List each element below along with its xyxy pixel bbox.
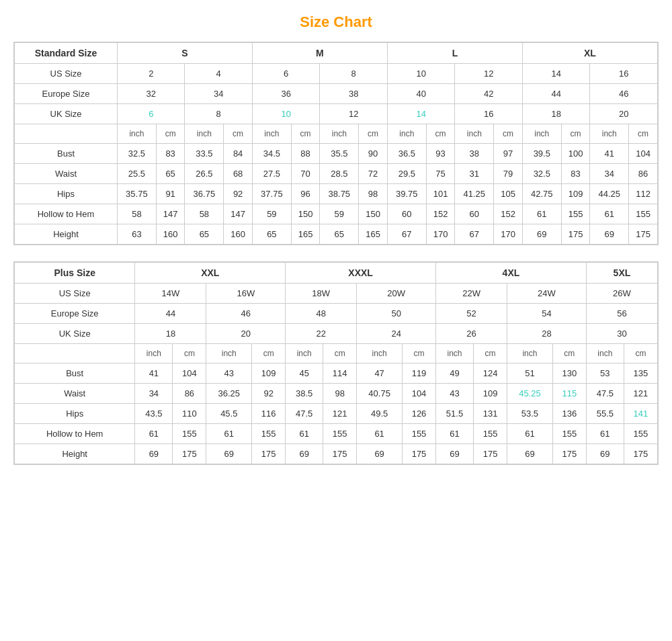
ht-s2-cm: 160 (156, 224, 185, 245)
hips-xl16-inch: 44.25 (590, 184, 629, 204)
plus-unit-cm-5: cm (474, 344, 507, 364)
unit-inch-5: inch (387, 124, 426, 144)
plus-hips-18w-inch: 47.5 (286, 404, 323, 424)
us-size-12: 12 (455, 64, 522, 84)
waist-s4-inch: 26.5 (185, 164, 224, 184)
plus-unit-inch-2: inch (206, 344, 252, 364)
plus-hips-24w-inch: 53.5 (507, 404, 553, 424)
h2h-xl16-cm: 155 (629, 204, 658, 224)
bust-m8-inch: 35.5 (320, 144, 359, 164)
plus-uk-28: 28 (507, 324, 587, 344)
unit-inch-8: inch (590, 124, 629, 144)
standard-size-table: Standard Size S M L XL US Size 2 4 6 8 1… (13, 42, 659, 245)
eu-34: 34 (185, 84, 252, 104)
eu-46: 46 (590, 84, 658, 104)
h2h-s4-inch: 58 (185, 204, 224, 224)
unit-cm-8: cm (629, 124, 658, 144)
eu-42: 42 (455, 84, 522, 104)
bust-xl16-cm: 104 (629, 144, 658, 164)
plus-unit-inch-1: inch (135, 344, 173, 364)
us-size-label: US Size (15, 64, 118, 84)
plus-uk-26: 26 (436, 324, 507, 344)
hips-m6-inch: 37.75 (252, 184, 291, 204)
plus-waist-22w-inch: 43 (436, 384, 474, 404)
eu-40: 40 (387, 84, 454, 104)
plus-waist-24w-inch: 45.25 (507, 384, 553, 404)
ht-xl14-cm: 175 (561, 224, 590, 245)
plus-us-14w: 14W (135, 284, 206, 304)
uk-20: 20 (590, 104, 658, 124)
uk-12: 12 (320, 104, 387, 124)
plus-bust-26w-cm: 135 (624, 364, 657, 384)
plus-h2h-16w-inch: 61 (206, 424, 252, 444)
plus-ht-18w-inch: 69 (286, 444, 323, 464)
plus-ht-14w-inch: 69 (135, 444, 173, 464)
plus-us-22w: 22W (436, 284, 507, 304)
plus-waist-label: Waist (15, 384, 135, 404)
h2h-xl16-inch: 61 (590, 204, 629, 224)
plus-uk-24: 24 (357, 324, 436, 344)
bust-l12-cm: 97 (494, 144, 523, 164)
plus-bust-22w-inch: 49 (436, 364, 474, 384)
plus-bust-24w-inch: 51 (507, 364, 553, 384)
plus-us-26w: 26W (586, 284, 657, 304)
plus-h2h-24w-inch: 61 (507, 424, 553, 444)
h2h-xl14-inch: 61 (522, 204, 561, 224)
plus-waist-20w-cm: 104 (402, 384, 435, 404)
plus-ht-26w-cm: 175 (624, 444, 657, 464)
plus-hips-14w-cm: 110 (173, 404, 206, 424)
plus-h2h-22w-inch: 61 (436, 424, 474, 444)
ht-m8-inch: 65 (320, 224, 359, 245)
plus-h2h-18w-inch: 61 (286, 424, 323, 444)
ht-xl16-inch: 69 (590, 224, 629, 245)
unit-cm-6: cm (494, 124, 523, 144)
unit-cm-2: cm (224, 124, 253, 144)
hips-s2-cm: 91 (156, 184, 185, 204)
waist-xl16-inch: 34 (590, 164, 629, 184)
hips-xl14-inch: 42.75 (522, 184, 561, 204)
size-m-header: M (252, 43, 387, 64)
uk-10: 10 (252, 104, 319, 124)
plus-waist-24w-cm: 115 (552, 384, 586, 404)
uk-6: 6 (118, 104, 185, 124)
plus-ht-14w-cm: 175 (173, 444, 206, 464)
plus-hips-label: Hips (15, 404, 135, 424)
eu-38: 38 (320, 84, 387, 104)
plus-hips-22w-cm: 131 (474, 404, 507, 424)
plus-eu-size-label: Europe Size (15, 304, 135, 324)
hips-s2-inch: 35.75 (118, 184, 157, 204)
plus-h2h-24w-cm: 155 (552, 424, 586, 444)
h2h-l10-cm: 152 (426, 204, 455, 224)
plus-eu-50: 50 (357, 304, 436, 324)
bust-xl14-inch: 39.5 (522, 144, 561, 164)
plus-waist-20w-inch: 40.75 (357, 384, 403, 404)
ht-l12-cm: 170 (494, 224, 523, 245)
plus-bust-14w-inch: 41 (135, 364, 173, 384)
plus-waist-26w-inch: 47.5 (586, 384, 624, 404)
h2h-xl14-cm: 155 (561, 204, 590, 224)
bust-s2-cm: 83 (156, 144, 185, 164)
plus-height-label: Height (15, 444, 135, 464)
unit-cm-3: cm (291, 124, 320, 144)
size-s-header: S (118, 43, 253, 64)
plus-unit-inch-6: inch (507, 344, 553, 364)
plus-unit-cm-1: cm (173, 344, 206, 364)
unit-cm-1: cm (156, 124, 185, 144)
plus-hips-24w-cm: 136 (552, 404, 586, 424)
h2h-s2-cm: 147 (156, 204, 185, 224)
plus-ht-22w-inch: 69 (436, 444, 474, 464)
hips-m8-cm: 98 (359, 184, 388, 204)
plus-unit-spacer (15, 344, 135, 364)
hips-l10-inch: 39.75 (387, 184, 426, 204)
unit-inch-3: inch (252, 124, 291, 144)
plus-h2h-22w-cm: 155 (474, 424, 507, 444)
bust-l10-cm: 93 (426, 144, 455, 164)
plus-unit-cm-6: cm (552, 344, 586, 364)
waist-xl14-inch: 32.5 (522, 164, 561, 184)
unit-cm-4: cm (359, 124, 388, 144)
plus-unit-inch-7: inch (586, 344, 624, 364)
plus-uk-size-label: UK Size (15, 324, 135, 344)
plus-eu-48: 48 (286, 304, 357, 324)
h2h-s4-cm: 147 (224, 204, 253, 224)
ht-xl14-inch: 69 (522, 224, 561, 245)
